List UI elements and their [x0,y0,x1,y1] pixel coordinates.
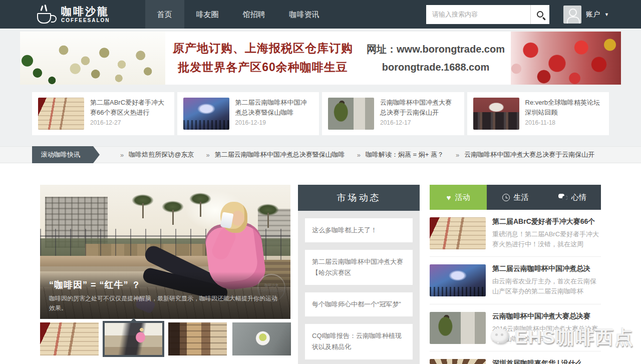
tab-life[interactable]: 生活 [487,185,544,210]
news-card-title: 第二届云南咖啡杯中国冲煮总决赛暨保山咖啡 [235,98,313,118]
banner-url-2: borongtrade.1688.com [361,58,511,76]
activity-desc: 由云南省农业厅主办，首次在云南保山产区举办的第二届云南咖啡杯 [492,276,601,296]
news-card-date: 2016-12-19 [235,119,313,126]
news-card-thumbnail-group-photo [473,98,519,130]
market-panel-header: 市场动态 [298,185,420,211]
top-navbar: 咖啡沙龍 COFFEESALON 首页 啡友圈 馆招聘 咖啡资讯 账户 ▼ [0,0,641,29]
market-item[interactable]: 每个咖啡师心中都一个“冠军梦” [305,292,413,316]
tab-mood[interactable]: 心情 [544,185,601,210]
news-card[interactable]: 云南咖啡杯中国冲煮大赛总决赛于云南保山开 2016-12-17 [322,92,464,135]
news-card[interactable]: Re:verb全球咖啡精英论坛深圳站回顾 2016-11-18 [467,92,609,135]
news-card[interactable]: 第二届ABrC爱好者手冲大赛66个赛区火热进行 2016-12-27 [32,92,174,135]
carousel-thumb-woman-selected[interactable] [104,322,163,355]
double-angle-icon: » [206,151,209,159]
double-angle-icon: » [456,151,459,159]
clock-icon [502,194,510,201]
search-input[interactable] [426,5,530,24]
nav-item-home[interactable]: 首页 [145,0,184,29]
avatar-icon [563,6,581,24]
nav-item-news[interactable]: 咖啡资讯 [277,0,332,29]
coffee-cherries-image [511,32,621,85]
tab-label: 生活 [514,193,529,202]
news-card-thumbnail-barista [328,98,374,130]
banner-urls: 网址：www.borongtrade.com borongtrade.1688.… [361,40,511,76]
news-card-date: 2016-11-18 [525,119,603,126]
activity-title: 第二届ABrC爱好者手冲大赛66个 [492,217,601,226]
featured-description: 咖啡因的厉害之处可不仅仅是提神醒脑，最新研究显示，咖啡因还能大幅提升你的运动效果… [49,294,281,313]
news-cards-row: 第二届ABrC爱好者手冲大赛66个赛区火热进行 2016-12-27 第二届云南… [32,92,609,135]
site-logo[interactable]: 咖啡沙龍 COFFEESALON [35,5,110,25]
carousel-thumb-abrc-poster[interactable] [40,322,99,355]
news-card-title: 云南咖啡杯中国冲煮大赛总决赛于云南保山开 [380,98,458,118]
chat-bubbles-icon [558,194,567,201]
search-box [426,5,549,24]
account-menu[interactable]: 账户 ▼ [563,6,609,24]
caret-down-icon: ▼ [604,12,609,17]
activity-list-item[interactable]: 第二届ABrC爱好者手冲大赛66个 重磅消息！第二届ABrC爱好者手冲大赛火热进… [430,210,601,257]
heart-icon: ♥ [447,194,451,201]
market-item[interactable]: CQI咖啡报告：云南咖啡种植现状以及精品化 [305,324,413,359]
featured-article-image[interactable]: 咖啡沙龙 COFFEESALON “咖啡因” = “红牛” ？ 咖啡因的厉害之处… [40,185,290,319]
ticker-link[interactable]: 咖啡解读：焖蒸 = 焖+ 蒸？ [366,150,444,159]
activity-desc: 2016云南咖啡杯中国冲煮大赛总决赛暨保山咖啡文化节 [492,324,601,344]
activity-title: 第二届云南咖啡杯中国冲煮总决 [492,264,601,273]
market-item[interactable]: 第二届云南咖啡杯中国冲煮大赛【哈尔滨赛区 [305,250,413,285]
activity-list-item[interactable]: 深圳首届咖啡嘉年华 | 没什么 [430,351,601,364]
news-card-date: 2016-12-17 [380,119,458,126]
banner-headline: 原产地订购、上海报税区仓库订购 批发世界各产区60余种咖啡生豆 [165,39,361,77]
activity-thumbnail-stage [430,264,486,296]
double-angle-icon: » [120,151,124,159]
ticker-link[interactable]: 第二届云南咖啡杯中国冲煮总决赛暨保山咖啡 [215,150,345,159]
double-angle-icon: » [357,151,361,159]
featured-column: 咖啡沙龙 COFFEESALON “咖啡因” = “红牛” ？ 咖啡因的厉害之处… [40,185,290,364]
market-item[interactable]: 这么多咖啡都上天了！ [305,218,413,242]
market-panel-body: 这么多咖啡都上天了！ 第二届云南咖啡杯中国冲煮大赛【哈尔滨赛区 每个咖啡师心中都… [298,211,420,364]
ticker-link[interactable]: 云南咖啡杯中国冲煮大赛总决赛于云南保山开 [464,150,594,159]
ticker-items: » 咖啡焙煎所探访@东京 » 第二届云南咖啡杯中国冲煮总决赛暨保山咖啡 » 咖啡… [113,150,594,159]
news-card-date: 2016-12-27 [90,119,168,126]
nav-item-feiyouquan[interactable]: 啡友圈 [184,0,231,29]
activity-tabs: ♥ 活动 生活 心情 [430,185,601,210]
ticker-link[interactable]: 咖啡焙煎所探访@东京 [129,150,194,159]
activity-title: 深圳首届咖啡嘉年华 | 没什么 [492,359,582,364]
search-button[interactable] [530,5,549,24]
carousel-thumb-coffee-shop[interactable] [168,322,227,355]
activity-thumbnail-barista [430,312,486,344]
news-card-title: 第二届ABrC爱好者手冲大赛66个赛区火热进行 [90,98,168,118]
activity-thumbnail-pattern [430,359,486,364]
banner-url-1: www.borongtrade.com [397,44,505,55]
ad-banner[interactable]: 原产地订购、上海报税区仓库订购 批发世界各产区60余种咖啡生豆 网址：www.b… [20,32,621,85]
featured-title: “咖啡因” = “红牛” ？ [49,279,281,291]
banner-headline-line1: 原产地订购、上海报税区仓库订购 [165,39,361,58]
banner-headline-line2: 批发世界各产区60余种咖啡生豆 [165,58,361,77]
account-label: 账户 [586,10,600,19]
tab-label: 活动 [455,193,470,202]
main-nav: 首页 啡友圈 馆招聘 咖啡资讯 [145,0,332,29]
news-card-thumbnail-abrc-poster [38,98,84,130]
caret-up-icon [131,318,137,321]
news-card[interactable]: 第二届云南咖啡杯中国冲煮总决赛暨保山咖啡 2016-12-19 [177,92,319,135]
tab-activity[interactable]: ♥ 活动 [430,185,487,210]
search-icon [537,11,543,18]
activity-title: 云南咖啡杯中国冲煮大赛总决赛 [492,312,601,321]
logo-subtitle: COFFEESALON [61,18,110,23]
activity-thumbnail-abrc-poster [430,217,486,249]
carousel-thumbnails [40,322,290,355]
activity-panel: ♥ 活动 生活 心情 第二届ABrC爱好者手冲大赛66个 重磅消息！第二届ABr… [430,185,601,364]
news-card-thumbnail-stage [183,98,229,130]
activity-list-item[interactable]: 第二届云南咖啡杯中国冲煮总决 由云南省农业厅主办，首次在云南保山产区举办的第二届… [430,257,601,304]
main-content: 咖啡沙龙 COFFEESALON “咖啡因” = “红牛” ？ 咖啡因的厉害之处… [0,163,641,364]
activity-desc: 重磅消息！第二届ABrC爱好者手冲大赛火热进行中！没错，就在这周 [492,229,601,249]
nav-item-jobs[interactable]: 馆招聘 [231,0,277,29]
ticker-label: 滚动咖啡快讯 [32,146,93,163]
palm-tree-image [130,194,155,217]
banner-url-label: 网址： [367,44,397,55]
green-coffee-beans-image [20,32,165,85]
news-ticker: 滚动咖啡快讯 » 咖啡焙煎所探访@东京 » 第二届云南咖啡杯中国冲煮总决赛暨保山… [0,146,641,163]
news-card-title: Re:verb全球咖啡精英论坛深圳站回顾 [525,98,603,118]
carousel-thumb-lemon-cup[interactable] [232,322,291,355]
activity-list-item[interactable]: 云南咖啡杯中国冲煮大赛总决赛 2016云南咖啡杯中国冲煮大赛总决赛暨保山咖啡文化… [430,304,601,351]
coffee-cup-logo-icon [35,5,57,25]
logo-title: 咖啡沙龍 [61,6,110,17]
featured-caption: “咖啡因” = “红牛” ？ 咖啡因的厉害之处可不仅仅是提神醒脑，最新研究显示，… [40,272,290,319]
